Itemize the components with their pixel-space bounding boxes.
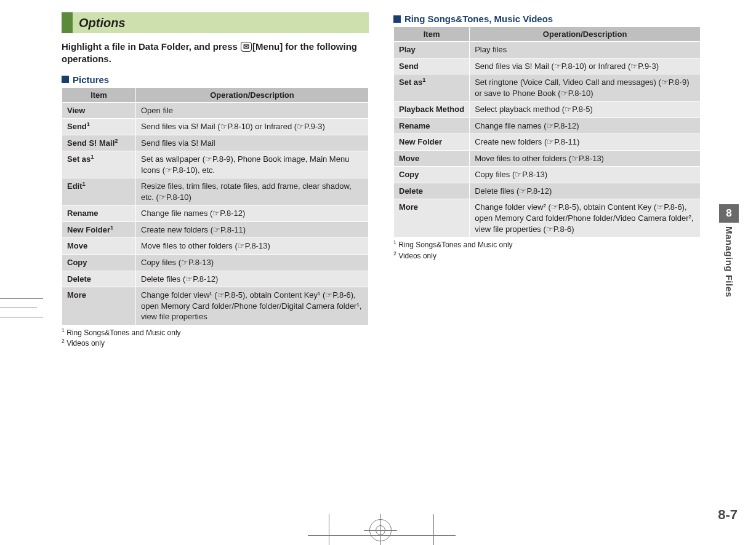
crop-mark: [0, 317, 43, 317]
desc-cell: Create new folders (☞P.8-11): [136, 221, 369, 238]
intro-part1: Highlight a file in Data Folder, and pre…: [62, 41, 240, 52]
table-row: DeleteDelete files (☞P.8-12): [394, 183, 701, 199]
table-row: Set as1Set as wallpaper (☞P.8-9), Phone …: [62, 151, 369, 178]
item-cell: Send S! Mail2: [62, 135, 136, 151]
subheading-pictures: Pictures: [62, 74, 369, 85]
desc-cell: Select playback method (☞P.8-5): [470, 101, 701, 118]
desc-cell: Set as wallpaper (☞P.8-9), Phone Book im…: [136, 151, 369, 178]
desc-cell: Move files to other folders (☞P.8-13): [136, 238, 369, 255]
section-title: Options: [79, 16, 126, 30]
col-head-desc: Operation/Description: [136, 87, 369, 102]
section-bar-body: Options: [73, 12, 369, 33]
footnotes-right: 1 Ring Songs&Tones and Music only 2 Vide…: [393, 240, 701, 261]
desc-cell: Change folder view² (☞P.8-5), obtain Con…: [470, 199, 701, 237]
desc-cell: Change file names (☞P.8-12): [136, 205, 369, 222]
intro-text: Highlight a file in Data Folder, and pre…: [62, 41, 369, 66]
table-row: MoveMove files to other folders (☞P.8-13…: [62, 238, 369, 255]
item-cell: More: [62, 287, 136, 325]
ringsongs-table: Item Operation/Description PlayPlay file…: [393, 26, 701, 237]
table-row: DeleteDelete files (☞P.8-12): [62, 271, 369, 287]
item-cell: Send1: [62, 119, 136, 135]
crop-mark: [0, 298, 43, 299]
pictures-table: Item Operation/Description ViewOpen file…: [62, 87, 369, 325]
registration-target-icon: [369, 519, 392, 541]
item-cell: More: [394, 199, 470, 237]
table-row: New FolderCreate new folders (☞P.8-11): [394, 134, 701, 151]
crop-mark: [0, 308, 37, 308]
desc-cell: Resize files, trim files, rotate files, …: [136, 178, 369, 205]
table-row: SendSend files via S! Mail (☞P.8-10) or …: [394, 58, 701, 74]
item-cell: Set as1: [62, 151, 136, 178]
table-row: Edit1Resize files, trim files, rotate fi…: [62, 178, 369, 205]
desc-cell: Copy files (☞P.8-13): [470, 167, 701, 183]
right-column: Ring Songs&Tones, Music Videos Item Oper…: [393, 12, 701, 533]
item-cell: View: [62, 102, 136, 119]
table-row: RenameChange file names (☞P.8-12): [62, 205, 369, 222]
footnote-2: 2 Videos only: [62, 338, 369, 349]
desc-cell: Create new folders (☞P.8-11): [470, 134, 701, 151]
desc-cell: Send files via S! Mail: [136, 135, 369, 151]
page-number: 8-7: [718, 507, 738, 523]
mail-key-icon: ✉: [241, 42, 252, 52]
desc-cell: Change file names (☞P.8-12): [470, 117, 701, 134]
footnotes-left: 1 Ring Songs&Tones and Music only 2 Vide…: [62, 328, 369, 349]
chapter-number: 8: [719, 204, 739, 223]
desc-cell: Delete files (☞P.8-12): [136, 271, 369, 287]
table-row: RenameChange file names (☞P.8-12): [394, 117, 701, 134]
crop-mark: [329, 514, 329, 545]
col-head-desc: Operation/Description: [470, 27, 701, 42]
section-header: Options: [62, 12, 369, 33]
footnote-2: 2 Videos only: [393, 251, 701, 261]
col-head-item: Item: [394, 27, 470, 42]
desc-cell: Play files: [470, 42, 701, 58]
table-row: MoreChange folder view¹ (☞P.8-5), obtain…: [62, 287, 369, 325]
item-cell: Edit1: [62, 178, 136, 205]
left-column: Options Highlight a file in Data Folder,…: [62, 12, 369, 533]
table-row: MoveMove files to other folders (☞P.8-13…: [394, 150, 701, 167]
desc-cell: Set ringtone (Voice Call, Video Call and…: [470, 74, 701, 101]
table-row: PlayPlay files: [394, 42, 701, 58]
desc-cell: Copy files (☞P.8-13): [136, 254, 369, 271]
footnote-1: 1 Ring Songs&Tones and Music only: [62, 328, 369, 338]
footnote-1: 1 Ring Songs&Tones and Music only: [393, 240, 701, 250]
item-cell: Move: [394, 150, 470, 167]
table-row: Set as1Set ringtone (Voice Call, Video C…: [394, 74, 701, 101]
chapter-name: Managing Files: [724, 226, 734, 297]
item-cell: Delete: [62, 271, 136, 287]
desc-cell: Change folder view¹ (☞P.8-5), obtain Con…: [136, 287, 369, 325]
table-row: CopyCopy files (☞P.8-13): [394, 167, 701, 183]
table-row: Send S! Mail2Send files via S! Mail: [62, 135, 369, 151]
desc-cell: Send files via S! Mail (☞P.8-10) or Infr…: [136, 119, 369, 135]
item-cell: Play: [394, 42, 470, 58]
table-row: Playback MethodSelect playback method (☞…: [394, 101, 701, 118]
item-cell: New Folder1: [62, 221, 136, 238]
square-bullet-icon: [62, 76, 69, 83]
side-chapter-tab: 8 Managing Files: [717, 204, 741, 297]
table-row: Send1Send files via S! Mail (☞P.8-10) or…: [62, 119, 369, 135]
item-cell: Set as1: [394, 74, 470, 101]
item-cell: Rename: [394, 117, 470, 134]
table-row: ViewOpen file: [62, 102, 369, 119]
item-cell: Rename: [62, 205, 136, 222]
square-bullet-icon: [393, 15, 401, 23]
desc-cell: Open file: [136, 102, 369, 119]
desc-cell: Delete files (☞P.8-12): [470, 183, 701, 199]
crop-mark: [433, 514, 434, 545]
desc-cell: Send files via S! Mail (☞P.8-10) or Infr…: [470, 58, 701, 74]
item-cell: Send: [394, 58, 470, 74]
subheading-ringsongs: Ring Songs&Tones, Music Videos: [393, 14, 701, 24]
table-row: CopyCopy files (☞P.8-13): [62, 254, 369, 271]
item-cell: Delete: [394, 183, 470, 199]
item-cell: Playback Method: [394, 101, 470, 118]
section-accent: [62, 12, 73, 33]
item-cell: Copy: [62, 254, 136, 271]
desc-cell: Move files to other folders (☞P.8-13): [470, 150, 701, 167]
subheading-label: Pictures: [73, 74, 109, 85]
item-cell: New Folder: [394, 134, 470, 151]
subheading-label: Ring Songs&Tones, Music Videos: [404, 14, 553, 24]
item-cell: Move: [62, 238, 136, 255]
table-row: New Folder1Create new folders (☞P.8-11): [62, 221, 369, 238]
table-row: MoreChange folder view² (☞P.8-5), obtain…: [394, 199, 701, 237]
col-head-item: Item: [62, 87, 136, 102]
item-cell: Copy: [394, 167, 470, 183]
